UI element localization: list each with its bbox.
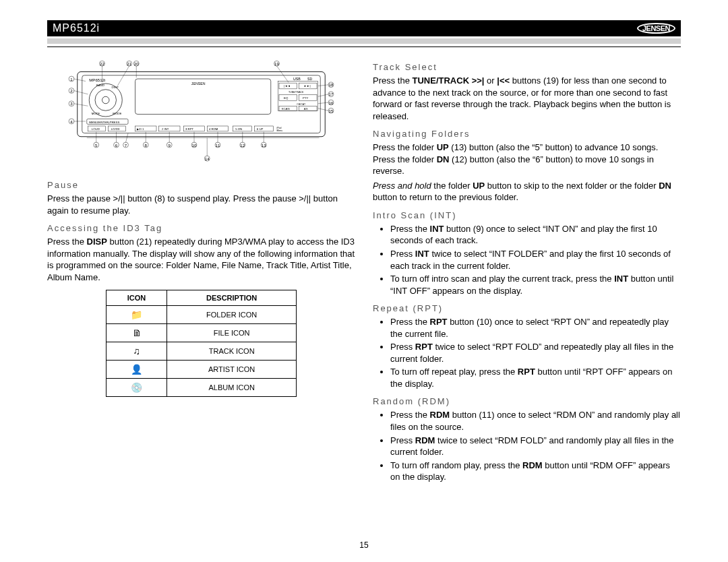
rdm-list: Press the RDM button (11) once to select… <box>373 409 681 482</box>
svg-line-74 <box>318 85 329 86</box>
svg-text:13: 13 <box>262 143 266 148</box>
icon-description-table: ICON DESCRIPTION 📁FOLDER ICON 🗎FILE ICON… <box>106 290 297 397</box>
content-columns: MP6512i BAND DISP MUTE MODE MENU/ENTER-P… <box>47 55 681 486</box>
svg-rect-27 <box>299 106 317 111</box>
list-item: Press RDM twice to select “RDM FOLD” and… <box>390 435 681 458</box>
svg-text:MODE: MODE <box>113 112 121 115</box>
svg-text:4: 4 <box>70 119 73 124</box>
svg-text:18: 18 <box>329 82 334 87</box>
heading-track-select: Track Select <box>373 62 681 72</box>
heading-random: Random (RDM) <box>373 396 681 406</box>
svg-text:AS: AS <box>304 107 308 111</box>
svg-text:▶/II 1: ▶/II 1 <box>137 127 144 131</box>
int-list: Press the INT button (9) once to select … <box>373 223 681 296</box>
right-column: Track Select Press the TUNE/TRACK >>| or… <box>373 55 681 486</box>
header-gray-band <box>47 38 681 44</box>
header-bar: MP6512i JENSEN <box>47 20 681 36</box>
table-row: ♫TRACK ICON <box>106 342 296 361</box>
svg-text:4 RDM: 4 RDM <box>209 127 218 131</box>
svg-text:MENU/ENTER-PRESS: MENU/ENTER-PRESS <box>89 121 119 124</box>
heading-pause: Pause <box>47 180 355 190</box>
table-row: 👤ARTIST ICON <box>106 361 296 379</box>
artist-icon: 👤 <box>106 361 166 379</box>
list-item: Press the RDM button (11) once to select… <box>390 409 681 433</box>
svg-line-71 <box>277 66 289 83</box>
svg-text:2 INT: 2 INT <box>162 127 169 131</box>
svg-text:CH/CAT: CH/CAT <box>297 103 306 106</box>
folder-icon: 📁 <box>106 306 166 324</box>
svg-text:9: 9 <box>169 143 171 148</box>
svg-line-80 <box>318 102 329 104</box>
brand-logo: JENSEN <box>637 23 675 34</box>
rpt-list: Press the RPT button (10) once to select… <box>373 316 681 389</box>
track-select-body: Press the TUNE/TRACK >>| or |<< buttons … <box>373 75 681 122</box>
list-item: Press the RPT button (10) once to select… <box>390 316 681 340</box>
svg-text:6 UP: 6 UP <box>257 127 264 131</box>
svg-text:2: 2 <box>70 88 73 93</box>
svg-line-56 <box>74 104 88 106</box>
table-row: 💿ALBUM ICON <box>106 379 296 397</box>
svg-text:17: 17 <box>329 92 334 96</box>
svg-line-65 <box>117 66 129 86</box>
left-column: MP6512i BAND DISP MUTE MODE MENU/ENTER-P… <box>47 55 355 486</box>
svg-text:MUTE: MUTE <box>92 112 100 115</box>
svg-text:16: 16 <box>329 100 334 105</box>
svg-text:7: 7 <box>125 143 127 148</box>
svg-text:21: 21 <box>127 61 131 66</box>
th-icon: ICON <box>106 290 166 306</box>
svg-point-4 <box>102 96 110 104</box>
svg-text:14: 14 <box>205 156 210 161</box>
svg-text:19: 19 <box>274 61 279 66</box>
svg-text:DISP: DISP <box>112 86 119 89</box>
faceplate-diagram: MP6512i BAND DISP MUTE MODE MENU/ENTER-P… <box>47 55 355 173</box>
page-number: 15 <box>0 540 728 550</box>
svg-text:LO/DX: LO/DX <box>111 127 120 131</box>
svg-text:SCAN: SCAN <box>282 107 290 111</box>
svg-text:5: 5 <box>95 143 98 148</box>
nav-body-2: Press and hold the folder UP button to s… <box>373 180 681 204</box>
table-header-row: ICON DESCRIPTION <box>106 290 296 306</box>
list-item: To turn off intro scan and play the curr… <box>390 273 681 296</box>
diagram-model-label: MP6512i <box>89 77 105 82</box>
list-item: To turn off repeat play, press the RPT b… <box>390 366 681 389</box>
svg-line-77 <box>318 94 329 97</box>
list-item: Press the INT button (9) once to select … <box>390 223 681 247</box>
pause-body: Press the pause >/|| button (8) to suspe… <box>47 193 355 216</box>
track-icon: ♫ <box>106 342 166 361</box>
svg-text:5 DN: 5 DN <box>235 127 242 131</box>
table-row: 🗎FILE ICON <box>106 324 296 342</box>
list-item: To turn off random play, press the RDM b… <box>390 460 681 483</box>
svg-text:SD: SD <box>307 77 313 81</box>
svg-text:|◄◄: |◄◄ <box>284 84 291 88</box>
svg-line-50 <box>74 79 86 82</box>
heading-navigating-folders: Navigating Folders <box>373 129 681 139</box>
table-row: 📁FOLDER ICON <box>106 306 296 324</box>
album-icon: 💿 <box>106 379 166 397</box>
svg-text:TUNE/TRACK: TUNE/TRACK <box>289 91 304 94</box>
th-desc: DESCRIPTION <box>167 290 297 306</box>
svg-line-53 <box>74 91 88 94</box>
id3-body: Press the DISP button (21) repeatedly du… <box>47 236 355 283</box>
nav-body-1: Press the folder UP (13) button (also th… <box>373 142 681 177</box>
svg-text:USB: USB <box>293 77 301 81</box>
svg-text:JENSEN: JENSEN <box>191 82 206 86</box>
svg-text:15: 15 <box>329 108 334 113</box>
svg-text:BAND: BAND <box>96 84 104 87</box>
header-rule <box>47 46 681 47</box>
heading-id3: Accessing the ID3 Tag <box>47 223 355 233</box>
list-item: Press RPT twice to select “RPT FOLD” and… <box>390 341 681 365</box>
list-item: Press INT twice to select “INT FOLDER” a… <box>390 248 681 272</box>
svg-text:3: 3 <box>70 101 73 106</box>
svg-text:6: 6 <box>115 143 118 148</box>
file-icon: 🗎 <box>106 324 166 342</box>
model-number: MP6512i <box>53 22 100 34</box>
svg-text:LOUD: LOUD <box>92 127 100 131</box>
svg-text:PTY: PTY <box>303 96 309 100</box>
svg-text:EQ: EQ <box>284 96 289 100</box>
svg-text:12: 12 <box>240 143 245 148</box>
svg-text:11: 11 <box>216 143 220 148</box>
svg-text:8: 8 <box>145 143 148 148</box>
svg-text:Menu: Menu <box>277 129 283 132</box>
svg-line-83 <box>318 108 329 111</box>
svg-text:3 RPT: 3 RPT <box>185 127 194 131</box>
